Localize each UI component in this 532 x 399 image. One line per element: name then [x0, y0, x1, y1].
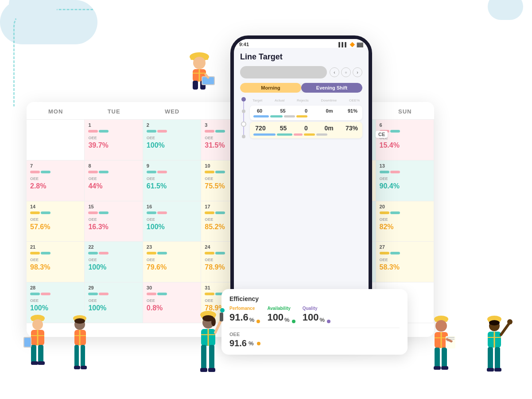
svg-rect-44: [200, 368, 207, 372]
tl-dot-3: [241, 121, 246, 127]
cell-tag: [41, 293, 50, 295]
cell-tags: [380, 171, 430, 173]
oee-value: 82%: [380, 223, 430, 231]
cell-tags: [380, 252, 430, 254]
availability-label: Availability: [267, 306, 295, 311]
row2-oee: 73%: [345, 125, 359, 132]
cell-tag: [205, 252, 214, 254]
cal-cell-9[interactable]: 9OEE61.5%: [143, 160, 201, 201]
cell-tag: [215, 130, 225, 133]
row2-pills: [253, 133, 359, 136]
cal-cell-23[interactable]: 23OEE79.6%: [143, 242, 201, 282]
tl-line-1: [243, 102, 244, 110]
oee-label: OEE: [380, 258, 430, 262]
oee-value: 39.7%: [88, 141, 139, 149]
svg-rect-32: [74, 366, 80, 369]
dot-orange: [256, 320, 260, 323]
performance-metric: Perfomance 91.6%: [229, 306, 260, 323]
cell-tag: [30, 252, 40, 254]
cal-cell-15[interactable]: 15OEE16.3%: [85, 201, 143, 242]
worker-bm: [186, 306, 230, 395]
svg-rect-22: [24, 338, 31, 347]
cell-number: 8: [88, 163, 139, 168]
timeline-track: [240, 97, 247, 138]
battery-icon: ▓▓: [357, 42, 363, 47]
svg-rect-30: [74, 345, 79, 367]
svg-point-76: [507, 319, 513, 325]
search-pill[interactable]: [240, 66, 327, 78]
cal-cell-20[interactable]: 20OEE82%: [376, 201, 434, 242]
phone-nav-bar[interactable]: ‹ ○ ›: [240, 66, 362, 78]
phone-mockup: 9:41 ▌▌▌ 🔶 ▓▓ Line Target ‹ ○ › Morning …: [230, 35, 372, 328]
evening-shift-tab[interactable]: Evening Shift: [301, 83, 362, 93]
cell-tag: [88, 171, 98, 173]
cell-tag: [147, 293, 156, 295]
day-mon: MON: [27, 106, 85, 117]
cell-tag: [157, 252, 167, 254]
morning-shift-tab[interactable]: Morning: [240, 83, 301, 93]
timeline-section: Target Actual Rejects Downtime OEE% 60 5…: [240, 97, 362, 138]
pill-yellow-2: [304, 133, 315, 136]
shift-tabs[interactable]: Morning Evening Shift: [240, 83, 362, 93]
cell-tag: [157, 211, 167, 214]
cal-cell-6[interactable]: 6OEE15.4%: [376, 120, 434, 160]
refresh-btn[interactable]: ○: [341, 67, 351, 77]
cell-tags: [88, 293, 139, 295]
cal-cell-22[interactable]: 22OEE100%: [85, 242, 143, 282]
svg-point-26: [74, 318, 85, 324]
cal-cell-8[interactable]: 8OEE44%: [85, 160, 143, 201]
svg-rect-55: [435, 348, 440, 368]
cal-cell-empty-0: [27, 120, 85, 160]
efficiency-metrics: Perfomance 91.6% Availability 100% Quali…: [229, 306, 400, 323]
quality-metric: Quality 100%: [303, 306, 330, 323]
cal-cell-7[interactable]: 7OEE2.8%: [27, 160, 85, 201]
oee-label: OEE: [88, 176, 139, 181]
svg-rect-47: [220, 313, 223, 321]
cell-tag: [390, 130, 400, 133]
pill-teal-1: [270, 115, 283, 117]
cal-cell-16[interactable]: 16OEE100%: [143, 201, 201, 242]
cell-tag: [205, 171, 214, 173]
cell-tag: [147, 130, 156, 133]
oee-value: 44%: [88, 182, 139, 190]
cal-cell-21[interactable]: 21OEE98.3%: [27, 242, 85, 282]
efficiency-title: Efficiency: [229, 295, 400, 302]
cell-tag: [99, 293, 109, 295]
cell-tags: [30, 171, 81, 173]
pill-blue-2: [253, 133, 276, 136]
svg-rect-71: [488, 347, 493, 369]
oee-label: OEE: [88, 136, 139, 140]
row1-rejects: 0: [300, 108, 312, 113]
svg-rect-42: [201, 345, 206, 369]
worker-bl: [18, 310, 58, 381]
cal-cell-13[interactable]: 13OEE90.4%: [376, 160, 434, 201]
cal-cell-27[interactable]: 27OEE58.3%: [376, 242, 434, 282]
cell-tag: [390, 171, 400, 173]
cell-tag: [88, 293, 98, 295]
dot-green: [292, 320, 295, 323]
cal-cell-14[interactable]: 14OEE57.6%: [27, 201, 85, 242]
prev-arrow[interactable]: ‹: [330, 67, 339, 77]
svg-rect-17: [31, 345, 36, 363]
cell-tags: [147, 171, 197, 173]
cal-cell-1[interactable]: 1OEE39.7%: [85, 120, 143, 160]
oee-value: 2.8%: [30, 182, 81, 190]
svg-line-75: [501, 324, 509, 335]
oee-label: OEE: [147, 258, 197, 262]
next-arrow[interactable]: ›: [353, 67, 362, 77]
oee-section: OEE 91.6%: [229, 328, 400, 348]
ce-badge: CE: [376, 131, 388, 138]
phone-time: 9:41: [239, 42, 249, 47]
cell-tags: [147, 252, 197, 254]
cell-tag: [147, 211, 156, 214]
oee-label: OEE: [30, 258, 81, 262]
nav-arrows[interactable]: ‹ ○ ›: [330, 67, 362, 77]
table-row-1: 60 55 0 0m 91%: [250, 106, 362, 120]
table-row-2: 720 55 0 0m 73%: [250, 122, 362, 138]
wifi-icon: 🔶: [349, 42, 355, 47]
oee-label: OEE: [380, 217, 430, 222]
svg-point-13: [32, 319, 43, 330]
cell-tags: [88, 252, 139, 254]
svg-rect-57: [434, 366, 441, 370]
cal-cell-2[interactable]: 2OEE100%: [143, 120, 201, 160]
